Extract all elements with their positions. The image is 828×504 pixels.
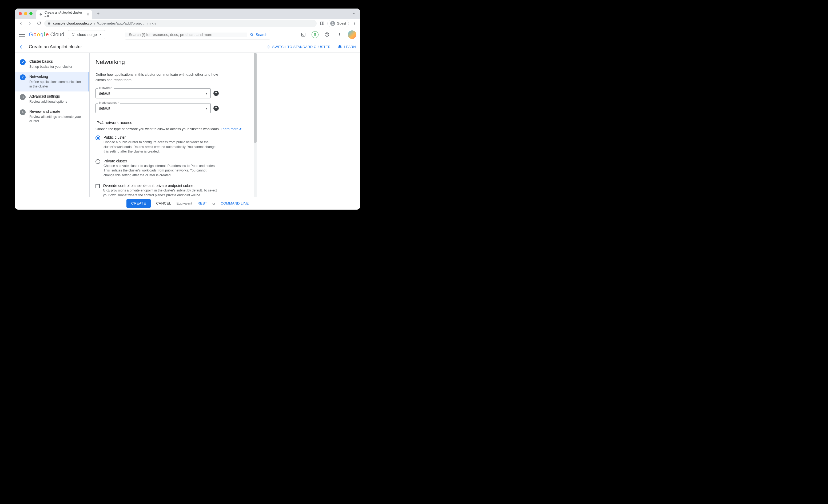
ipv4-heading: IPv4 network access <box>95 120 248 125</box>
radio-icon <box>95 159 100 164</box>
learn-button[interactable]: LEARN <box>337 45 356 49</box>
page-title: Create an Autopilot cluster <box>29 44 82 50</box>
project-picker[interactable]: cloud-surge <box>68 30 105 39</box>
user-avatar[interactable] <box>348 30 357 39</box>
cloud-console-header: Google Cloud cloud-surge Search 5 <box>15 28 360 41</box>
browser-window: Create an Autopilot cluster – K ✕ consol… <box>15 8 360 210</box>
address-bar[interactable]: console.cloud.google.com/kubernetes/auto… <box>44 20 317 27</box>
nav-reload-button[interactable] <box>35 20 43 27</box>
chrome-tab-strip: Create an Autopilot cluster – K ✕ <box>15 8 360 19</box>
tab-favicon-icon <box>39 12 42 16</box>
private-cluster-radio[interactable]: Private cluster Choose a private cluster… <box>95 159 248 178</box>
svg-point-5 <box>332 23 333 24</box>
profile-chip[interactable]: Guest <box>327 20 349 27</box>
wizard-step-advanced[interactable]: 3 Advanced settingsReview additional opt… <box>15 91 89 107</box>
switch-icon <box>266 45 271 49</box>
search-input[interactable] <box>125 33 247 37</box>
more-button[interactable] <box>335 30 344 39</box>
override-subnet-checkbox[interactable]: Override control plane's default private… <box>95 183 248 197</box>
window-close-button[interactable] <box>19 12 22 15</box>
svg-point-10 <box>73 33 74 34</box>
svg-point-8 <box>354 24 355 25</box>
page-sub-header: Create an Autopilot cluster SWITCH TO ST… <box>15 41 360 53</box>
section-heading: Networking <box>95 59 248 66</box>
lock-icon <box>47 22 51 25</box>
main-content: Networking Define how applications in th… <box>90 53 254 197</box>
tab-title: Create an Autopilot cluster – K <box>45 11 84 18</box>
wizard-step-review[interactable]: 4 Review and createReview all settings a… <box>15 107 89 126</box>
radio-icon <box>95 135 100 140</box>
switch-cluster-button[interactable]: SWITCH TO STANDARD CLUSTER <box>266 45 331 49</box>
wizard-sidebar: Cluster basicsSet up basics for your clu… <box>15 53 90 197</box>
svg-line-13 <box>252 35 253 36</box>
browser-tab[interactable]: Create an Autopilot cluster – K ✕ <box>36 10 92 19</box>
subnet-field-label: Node subnet * <box>98 101 120 104</box>
profile-label: Guest <box>337 21 346 25</box>
window-zoom-button[interactable] <box>29 12 33 15</box>
new-tab-button[interactable] <box>94 10 102 17</box>
network-dropdown[interactable]: default ▾ <box>95 88 211 98</box>
scrollbar-thumb[interactable] <box>254 53 257 143</box>
url-path: /kubernetes/auto/add?project=nmrxiv <box>97 21 156 25</box>
svg-point-22 <box>269 46 270 47</box>
nav-back-button[interactable] <box>17 20 25 27</box>
logo-suffix: Cloud <box>50 32 64 38</box>
svg-rect-3 <box>320 22 324 25</box>
page-body: Cluster basicsSet up basics for your clu… <box>15 53 360 197</box>
search-box: Search <box>125 30 270 39</box>
wizard-step-networking[interactable]: 2 NetworkingDefine applications communic… <box>15 72 89 91</box>
scrollbar-track[interactable] <box>254 53 257 197</box>
notifications-button[interactable]: 5 <box>312 31 319 38</box>
project-icon <box>71 33 75 37</box>
svg-point-11 <box>73 35 73 36</box>
chrome-chevron-icon[interactable] <box>348 8 360 19</box>
chevron-down-icon: ▾ <box>205 106 207 111</box>
tab-close-icon[interactable]: ✕ <box>86 12 90 16</box>
or-label: or <box>212 202 215 205</box>
svg-point-7 <box>354 23 355 24</box>
command-line-link[interactable]: COMMAND LINE <box>220 201 249 205</box>
cloud-shell-button[interactable] <box>299 30 308 39</box>
guest-avatar-icon <box>330 21 335 26</box>
back-button[interactable] <box>19 44 25 50</box>
help-button[interactable] <box>322 30 331 39</box>
svg-point-19 <box>339 36 340 36</box>
nav-menu-button[interactable] <box>19 32 25 38</box>
section-intro: Define how applications in this cluster … <box>95 72 218 82</box>
equivalent-label: Equivalent <box>177 202 192 205</box>
url-host: console.cloud.google.com <box>53 21 95 25</box>
cancel-button[interactable]: CANCEL <box>156 201 171 205</box>
external-link-icon: ⬈ <box>239 127 242 131</box>
create-button[interactable]: CREATE <box>126 199 151 208</box>
checkbox-icon <box>95 184 100 188</box>
google-cloud-logo[interactable]: Google Cloud <box>29 32 64 38</box>
side-panel-button[interactable] <box>318 20 326 27</box>
subnet-dropdown[interactable]: default ▾ <box>95 103 211 113</box>
nav-forward-button[interactable] <box>26 20 34 27</box>
chrome-toolbar: console.cloud.google.com/kubernetes/auto… <box>15 19 360 28</box>
ipv4-description: Choose the type of network you want to a… <box>95 127 248 131</box>
wizard-step-cluster-basics[interactable]: Cluster basicsSet up basics for your clu… <box>15 56 89 72</box>
search-button[interactable]: Search <box>247 30 270 39</box>
subnet-help-icon[interactable]: ? <box>213 106 219 111</box>
public-cluster-radio[interactable]: Public cluster Choose a public cluster t… <box>95 135 248 154</box>
svg-point-23 <box>268 47 269 48</box>
ipv4-learn-more-link[interactable]: Learn more <box>220 127 238 131</box>
chevron-down-icon <box>99 33 102 36</box>
network-help-icon[interactable]: ? <box>213 91 219 96</box>
svg-rect-2 <box>48 23 50 25</box>
search-icon <box>250 33 254 37</box>
rest-link[interactable]: REST <box>197 201 207 205</box>
step-number-icon: 4 <box>20 109 26 115</box>
svg-point-6 <box>354 22 355 23</box>
step-number-icon: 3 <box>20 94 26 100</box>
window-minimize-button[interactable] <box>24 12 27 15</box>
svg-point-16 <box>327 36 327 36</box>
svg-point-1 <box>40 14 41 15</box>
chrome-menu-button[interactable] <box>350 20 358 27</box>
window-controls <box>15 12 36 15</box>
network-field-label: Network * <box>98 86 114 89</box>
svg-point-17 <box>339 33 340 34</box>
learn-icon <box>337 45 342 49</box>
svg-point-12 <box>250 33 253 36</box>
